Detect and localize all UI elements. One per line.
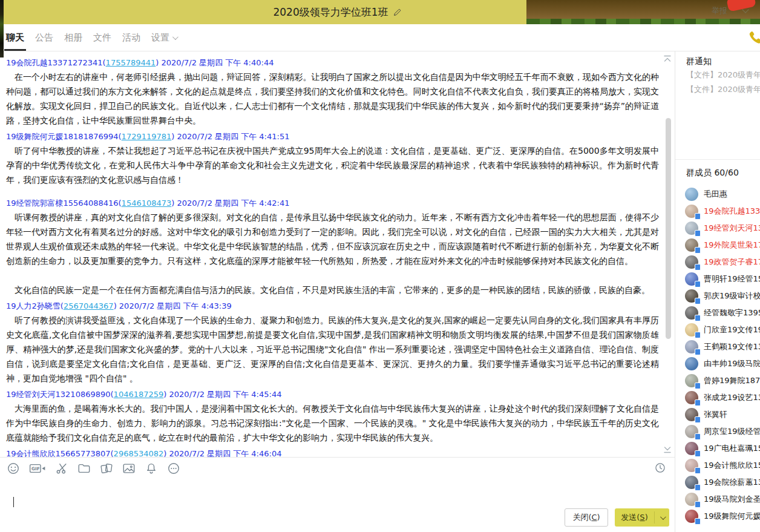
tab-label: 文件 — [93, 32, 111, 44]
message-paragraph: 听了何教授的演讲我受益匪浅，文化自体现了一个民族的生命力、凝聚力和创造力。民族的… — [6, 313, 659, 386]
group-banner-photo: 举报 — [526, 0, 760, 24]
member-avatar — [685, 289, 698, 303]
member-row[interactable]: 郭庆19级审计校企 — [675, 287, 760, 304]
member-row[interactable]: 19广电杜嘉珮1514 — [675, 440, 760, 457]
member-row[interactable]: 19级舞院何元媛18 — [675, 508, 760, 525]
group-notice-item[interactable]: 【文件】2020级青年领 — [686, 70, 760, 80]
member-row[interactable]: 19会计熊欣欣1566 — [675, 457, 760, 474]
paren: ) — [163, 390, 169, 399]
sidebar-divider — [675, 159, 760, 160]
member-row[interactable]: 王鹤颖19文传1361 — [675, 338, 760, 355]
message-sender[interactable]: 19经管刘天河13210869890 — [6, 390, 111, 399]
mobile-online-badge-icon — [695, 518, 701, 525]
member-row[interactable]: 由丰帅19级马院思 — [675, 355, 760, 372]
member-avatar — [685, 493, 698, 506]
member-row[interactable]: 曹明轩19经管1586 — [675, 271, 760, 287]
gif-hotpic-icon[interactable]: GIF — [28, 461, 47, 476]
member-avatar — [685, 510, 698, 523]
mobile-online-badge-icon — [695, 281, 701, 287]
member-row[interactable]: 19会院徐薪蕙1379 — [675, 474, 760, 491]
qq-number-link[interactable]: 1046187259 — [114, 390, 164, 399]
qq-number-link[interactable]: 2968534082 — [114, 449, 164, 457]
member-row[interactable]: 曾婷19舞院18780 — [675, 372, 760, 389]
message-header: 19会计熊欣欣15665773807(2968534082) 2020/7/2 … — [6, 447, 659, 457]
member-row[interactable]: 门欣童19文传1985 — [675, 321, 760, 338]
more-tools-icon[interactable] — [166, 461, 181, 476]
member-avatar — [685, 442, 698, 455]
message-sender[interactable]: 19会院孔越13371272341 — [6, 58, 103, 67]
member-name: 王鹤颖19文传1361 — [704, 341, 760, 352]
composer-toolbar: GIF — [0, 458, 675, 476]
screenshot-scissors-icon[interactable] — [54, 461, 69, 476]
tab-活动[interactable]: 活动 — [122, 24, 140, 51]
tab-bar: 聊天公告相册文件活动设置 — [0, 24, 760, 51]
message-timestamp: 2020/7/2 星期四 下午 4:42:41 — [177, 199, 290, 208]
member-avatar — [685, 374, 698, 387]
message-history-clock-icon[interactable] — [654, 462, 666, 474]
tab-公告[interactable]: 公告 — [35, 24, 53, 51]
scroll-to-bottom-button[interactable] — [663, 444, 673, 453]
qq-number-link[interactable]: 1755789441 — [106, 58, 156, 67]
mobile-online-badge-icon — [695, 332, 701, 338]
tab-相册[interactable]: 相册 — [64, 24, 82, 51]
mobile-online-badge-icon — [695, 213, 701, 220]
group-notice-title: 群通知 — [686, 56, 712, 67]
close-button[interactable]: 关闭(C) — [565, 508, 608, 527]
mobile-online-badge-icon — [695, 349, 701, 355]
member-row[interactable]: 张成龙19设艺1386 — [675, 389, 760, 406]
member-avatar — [685, 459, 698, 472]
mobile-online-badge-icon — [695, 433, 701, 440]
emoji-icon[interactable] — [6, 461, 21, 476]
member-row[interactable]: 19会院孔越13371 — [675, 203, 760, 220]
member-name: 曾婷19舞院18780 — [704, 375, 760, 386]
qq-number-link[interactable]: 2567044367 — [64, 301, 114, 310]
tab-label: 聊天 — [6, 32, 24, 44]
scroll-to-top-button[interactable] — [663, 53, 673, 62]
qq-number-link[interactable]: 1729119781 — [122, 132, 172, 141]
qq-number-link[interactable]: 1546108473 — [122, 199, 172, 208]
member-row[interactable]: 经管魏敬宇139541 — [675, 304, 760, 321]
send-file-folder-icon[interactable] — [77, 461, 91, 476]
edit-title-icon[interactable] — [393, 8, 402, 17]
message-paragraph: 听了何中华教授的讲座，不禁让我想起了习近平总书记在庆祝中国共产党成立95周年大会… — [6, 143, 659, 187]
member-row[interactable]: 毛田惠 — [675, 186, 760, 203]
chat-scrollbar-thumb[interactable] — [666, 118, 671, 339]
report-link[interactable]: 举报 — [712, 5, 727, 16]
member-avatar — [685, 272, 698, 286]
message-header: 19经管院郭富棣15564088416(1546108473) 2020/7/2… — [6, 197, 659, 210]
tab-聊天[interactable]: 聊天 — [6, 24, 24, 51]
message-paragraph: 在一个小时左右的讲座中，何老师引经据典，抛出问题，辩证回答，深刻精彩。让我明白了… — [6, 70, 659, 128]
mobile-online-badge-icon — [695, 399, 701, 406]
member-row[interactable]: 19级马院刘金圣18 — [675, 491, 760, 508]
member-name: 19会院孔越13371 — [704, 206, 760, 217]
message-paragraph: 大海里面的鱼，是喝着海水长大的。我们中国人，是浸润着中国文化长大的。何教授关于文… — [6, 401, 659, 445]
member-name: 19经管刘天河1321 — [704, 223, 760, 234]
mobile-online-badge-icon — [695, 467, 701, 474]
message-input[interactable] — [5, 476, 670, 504]
multi-file-icon[interactable] — [99, 461, 114, 476]
member-row[interactable]: 周京玺19级经管学 — [675, 423, 760, 440]
member-row[interactable]: 19政管贺子睿1775 — [675, 254, 760, 271]
tab-设置[interactable]: 设置 — [151, 24, 177, 51]
message-sender[interactable]: 19人力2孙晓雪 — [6, 301, 61, 310]
send-button[interactable]: 发送(S) — [615, 508, 669, 527]
message-sender[interactable]: 19级舞院何元媛18181876994 — [6, 132, 119, 141]
send-image-icon[interactable] — [122, 461, 136, 476]
mobile-online-badge-icon — [695, 484, 701, 491]
banner-logo-fragment — [726, 0, 756, 12]
tab-文件[interactable]: 文件 — [93, 24, 111, 51]
member-avatar — [685, 188, 698, 201]
member-row[interactable]: 张翼轩 — [675, 406, 760, 423]
paren: ) — [171, 132, 177, 141]
member-row[interactable]: 19经管刘天河1321 — [675, 220, 760, 237]
message-paragraph: 文化自信的民族一定是一个在任何方面都充满自信与活力的民族。文化自信，不只是对民族… — [6, 283, 659, 297]
send-options-chevron-icon[interactable] — [655, 516, 669, 520]
group-notice-item[interactable]: 【文件】2020级青年领 — [686, 84, 760, 95]
voice-call-icon[interactable] — [748, 30, 760, 45]
mobile-online-badge-icon — [695, 264, 701, 271]
member-row[interactable]: 19外院吴世枭1766 — [675, 237, 760, 254]
message-sender[interactable]: 19经管院郭富棣15564088416 — [6, 199, 119, 208]
shake-bell-icon[interactable] — [144, 461, 159, 476]
message-sender[interactable]: 19会计熊欣欣15665773807 — [6, 449, 111, 457]
chat-messages: 19会院孔越13371272341(1755789441) 2020/7/2 星… — [0, 51, 675, 457]
